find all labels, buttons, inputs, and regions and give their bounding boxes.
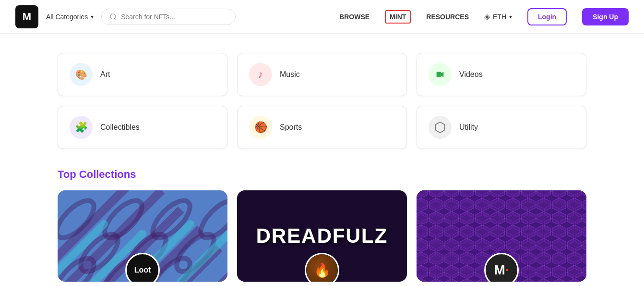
collections-title-purple: Collections <box>79 168 136 180</box>
mint-nav-link[interactable]: MINT <box>385 10 411 24</box>
dreadfulz-face-icon: 🔥 <box>306 254 338 282</box>
art-label: Art <box>100 70 110 79</box>
collection-card-dreadfulz[interactable]: DREADFULZ 🔥 <box>237 190 407 282</box>
sports-label: Sports <box>280 123 302 132</box>
eth-chevron-icon: ▾ <box>509 13 512 20</box>
collections-title: Top Collections <box>58 168 586 181</box>
header: M All Categories ▾ BROWSE MINT RESOURCES… <box>0 0 644 34</box>
collections-grid: Loot DREADFULZ 🔥 <box>58 190 586 282</box>
login-button[interactable]: Login <box>527 8 567 25</box>
search-icon <box>109 13 117 21</box>
nav-links: BROWSE MINT RESOURCES ◈ ETH ▾ Login Sign… <box>339 8 629 25</box>
collections-section: Top Collections <box>0 159 644 282</box>
logo-letter: M <box>23 11 31 23</box>
collections-title-static: Top <box>58 168 76 180</box>
m-dot: · <box>505 262 509 278</box>
m-letter: M <box>494 262 505 278</box>
svg-line-1 <box>115 18 116 20</box>
collectibles-icon: 🧩 <box>70 116 93 139</box>
m-avatar-inner: M· <box>486 254 517 282</box>
loot-name: Loot <box>134 266 151 274</box>
search-bar[interactable] <box>101 9 236 25</box>
art-icon: 🎨 <box>70 63 93 86</box>
eth-label: ETH <box>493 13 506 21</box>
videos-label: Videos <box>459 70 483 79</box>
videos-icon <box>429 63 452 86</box>
logo[interactable]: M <box>15 5 38 28</box>
svg-point-0 <box>110 14 116 19</box>
all-categories-dropdown[interactable]: All Categories ▾ <box>46 13 94 21</box>
utility-icon <box>429 116 452 139</box>
category-card-collectibles[interactable]: 🧩 Collectibles <box>58 106 227 149</box>
collection-card-m[interactable]: M· <box>417 190 586 282</box>
dreadfulz-title-text: DREADFULZ <box>256 224 388 248</box>
music-label: Music <box>280 70 300 79</box>
browse-nav-link[interactable]: BROWSE <box>339 13 370 21</box>
eth-selector[interactable]: ◈ ETH ▾ <box>484 12 512 21</box>
category-card-utility[interactable]: Utility <box>417 106 586 149</box>
music-icon: ♪ <box>249 63 272 86</box>
all-categories-label: All Categories <box>46 13 88 21</box>
categories-section: 🎨 Art ♪ Music Videos 🧩 Collectibles 🏀 Sp… <box>0 34 644 159</box>
utility-label: Utility <box>459 123 478 132</box>
search-input[interactable] <box>121 13 227 21</box>
category-card-videos[interactable]: Videos <box>417 53 586 96</box>
resources-nav-link[interactable]: RESOURCES <box>426 13 469 21</box>
category-card-music[interactable]: ♪ Music <box>237 53 407 96</box>
categories-grid: 🎨 Art ♪ Music Videos 🧩 Collectibles 🏀 Sp… <box>58 53 586 149</box>
eth-icon: ◈ <box>484 12 490 21</box>
m-avatar: M· <box>484 253 519 282</box>
signup-button[interactable]: Sign Up <box>582 8 629 25</box>
category-card-sports[interactable]: 🏀 Sports <box>237 106 407 149</box>
category-card-art[interactable]: 🎨 Art <box>58 53 227 96</box>
chevron-down-icon: ▾ <box>91 13 94 20</box>
collection-card-loot[interactable]: Loot <box>58 190 227 282</box>
collectibles-label: Collectibles <box>100 123 140 132</box>
sports-icon: 🏀 <box>249 116 272 139</box>
